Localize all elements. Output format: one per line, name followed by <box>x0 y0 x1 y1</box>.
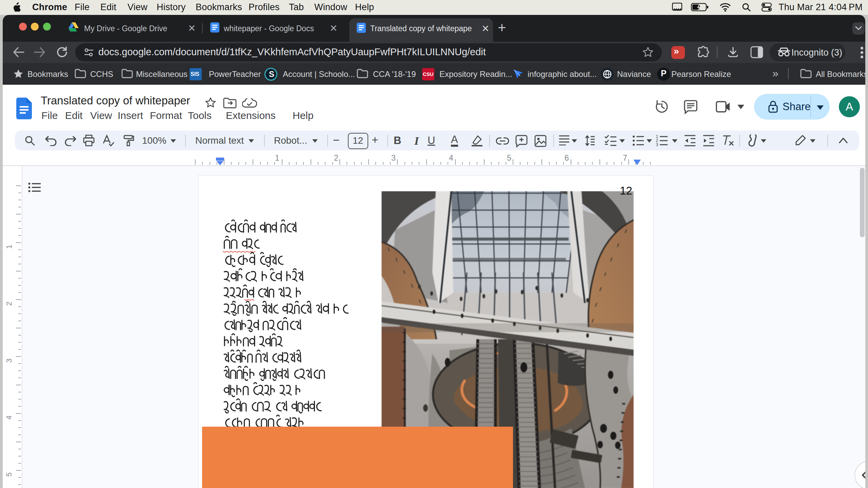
svg-text:3: 3 <box>656 142 658 147</box>
